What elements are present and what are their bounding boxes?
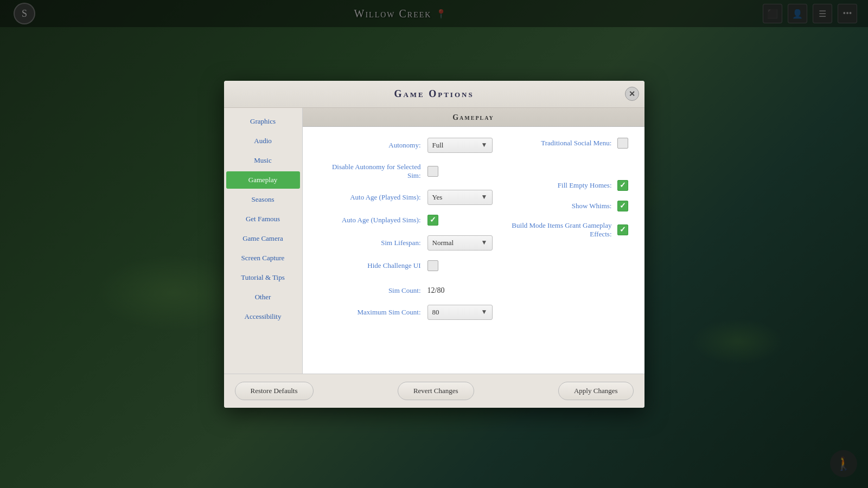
dialog-body: Graphics Audio Music Gameplay Seasons Ge… bbox=[224, 108, 644, 374]
hide-challenge-checkbox[interactable] bbox=[427, 260, 438, 271]
autonomy-value: Full bbox=[432, 141, 444, 150]
max-sim-count-value: 80 bbox=[432, 308, 439, 317]
close-button[interactable]: ✕ bbox=[625, 87, 639, 101]
sidebar-item-music[interactable]: Music bbox=[226, 152, 300, 169]
max-sim-count-label: Maximum Sim Count: bbox=[319, 308, 427, 317]
hide-challenge-label: Hide Challenge UI bbox=[319, 261, 427, 270]
sidebar-item-game-camera[interactable]: Game Camera bbox=[226, 230, 300, 247]
modal-overlay: Game Options ✕ Graphics Audio Music Game… bbox=[0, 0, 868, 488]
auto-age-played-value: Yes bbox=[432, 193, 443, 202]
hide-challenge-row: Hide Challenge UI bbox=[319, 260, 493, 271]
right-column: Traditional Social Menu: Fill Empty Home… bbox=[509, 138, 628, 330]
restore-defaults-button[interactable]: Restore Defaults bbox=[235, 382, 314, 400]
apply-changes-button[interactable]: Apply Changes bbox=[558, 382, 634, 400]
sim-lifespan-label: Sim Lifespan: bbox=[319, 239, 427, 247]
traditional-social-checkbox[interactable] bbox=[617, 138, 628, 149]
auto-age-unplayed-checkbox[interactable] bbox=[427, 215, 438, 226]
dialog-header: Game Options ✕ bbox=[224, 81, 644, 108]
left-column: Autonomy: Full ▼ Disable Autonomy for Se… bbox=[319, 138, 509, 330]
auto-age-played-dropdown-arrow: ▼ bbox=[481, 193, 488, 201]
build-mode-label: Build Mode Items Grant Gameplay Effects: bbox=[509, 221, 612, 239]
dialog-title: Game Options bbox=[394, 88, 474, 99]
auto-age-played-label: Auto Age (Played Sims): bbox=[319, 193, 427, 202]
content-area: Gameplay Autonomy: Full ▼ bbox=[303, 108, 644, 374]
disable-autonomy-label: Disable Autonomy for Selected Sim: bbox=[319, 163, 427, 180]
sidebar-item-screen-capture[interactable]: Screen Capture bbox=[226, 249, 300, 267]
sim-lifespan-row: Sim Lifespan: Normal ▼ bbox=[319, 235, 493, 251]
sidebar-item-tutorial-tips[interactable]: Tutorial & Tips bbox=[226, 269, 300, 286]
autonomy-dropdown-arrow: ▼ bbox=[481, 141, 488, 149]
max-sim-count-dropdown-arrow: ▼ bbox=[481, 308, 488, 316]
auto-age-played-dropdown[interactable]: Yes ▼ bbox=[427, 190, 493, 205]
disable-autonomy-checkbox[interactable] bbox=[427, 166, 438, 177]
sim-count-value: 12/80 bbox=[427, 286, 445, 295]
max-sim-count-row: Maximum Sim Count: 80 ▼ bbox=[319, 305, 493, 320]
sim-count-label: Sim Count: bbox=[319, 286, 427, 295]
dialog-footer: Restore Defaults Revert Changes Apply Ch… bbox=[224, 374, 644, 408]
fill-empty-homes-label: Fill Empty Homes: bbox=[558, 181, 612, 190]
sidebar-item-gameplay[interactable]: Gameplay bbox=[226, 171, 300, 189]
sim-lifespan-dropdown[interactable]: Normal ▼ bbox=[427, 235, 493, 251]
max-sim-count-dropdown[interactable]: 80 ▼ bbox=[427, 305, 493, 320]
sidebar-item-get-famous[interactable]: Get Famous bbox=[226, 210, 300, 228]
sim-lifespan-value: Normal bbox=[432, 239, 454, 247]
autonomy-dropdown[interactable]: Full ▼ bbox=[427, 138, 493, 153]
spacer bbox=[319, 281, 493, 286]
show-whims-label: Show Whims: bbox=[572, 202, 612, 210]
content-body: Autonomy: Full ▼ Disable Autonomy for Se… bbox=[303, 127, 644, 341]
auto-age-played-row: Auto Age (Played Sims): Yes ▼ bbox=[319, 190, 493, 205]
sidebar-item-audio[interactable]: Audio bbox=[226, 132, 300, 150]
disable-autonomy-row: Disable Autonomy for Selected Sim: bbox=[319, 163, 493, 180]
gameplay-columns: Autonomy: Full ▼ Disable Autonomy for Se… bbox=[319, 138, 628, 330]
fill-empty-homes-checkbox[interactable] bbox=[617, 180, 628, 191]
show-whims-row: Show Whims: bbox=[509, 201, 628, 211]
show-whims-checkbox[interactable] bbox=[617, 201, 628, 211]
traditional-social-label: Traditional Social Menu: bbox=[541, 139, 611, 147]
sidebar-item-graphics[interactable]: Graphics bbox=[226, 113, 300, 130]
sim-lifespan-dropdown-arrow: ▼ bbox=[481, 239, 488, 247]
sidebar-item-seasons[interactable]: Seasons bbox=[226, 191, 300, 208]
traditional-social-row: Traditional Social Menu: bbox=[509, 138, 628, 149]
autonomy-row: Autonomy: Full ▼ bbox=[319, 138, 493, 153]
revert-changes-button[interactable]: Revert Changes bbox=[398, 382, 474, 400]
build-mode-checkbox[interactable] bbox=[617, 224, 628, 235]
auto-age-unplayed-label: Auto Age (Unplayed Sims): bbox=[319, 216, 427, 224]
build-mode-row: Build Mode Items Grant Gameplay Effects: bbox=[509, 221, 628, 239]
sidebar-item-accessibility[interactable]: Accessibility bbox=[226, 308, 300, 325]
sim-count-row: Sim Count: 12/80 bbox=[319, 286, 493, 295]
auto-age-unplayed-row: Auto Age (Unplayed Sims): bbox=[319, 215, 493, 226]
sidebar-item-other[interactable]: Other bbox=[226, 288, 300, 306]
right-spacer-1 bbox=[509, 158, 628, 180]
game-options-dialog: Game Options ✕ Graphics Audio Music Game… bbox=[224, 81, 644, 408]
content-section-title: Gameplay bbox=[452, 113, 494, 121]
fill-empty-homes-row: Fill Empty Homes: bbox=[509, 180, 628, 191]
sidebar: Graphics Audio Music Gameplay Seasons Ge… bbox=[224, 108, 303, 374]
autonomy-label: Autonomy: bbox=[319, 141, 427, 150]
content-header: Gameplay bbox=[303, 108, 644, 127]
